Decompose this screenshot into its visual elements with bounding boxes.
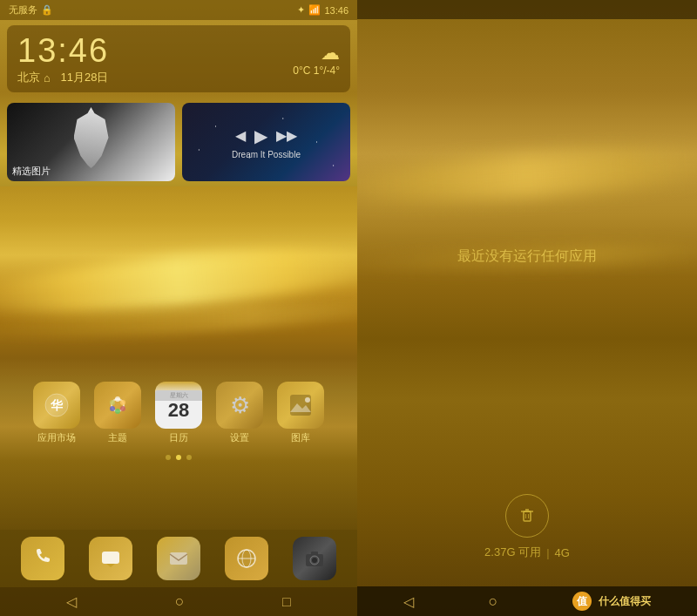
gallery-icon-img — [277, 382, 324, 429]
clock-display: 13:46 — [17, 32, 109, 70]
signal-icon: 🔒 — [41, 4, 53, 16]
left-phone: 无服务 🔒 ✦ 📶 13:46 13:46 北京 ⌂ 11月28日 ☁ 0°C … — [0, 0, 357, 616]
settings-label: 设置 — [230, 431, 249, 444]
location-icon: ⌂ — [44, 71, 51, 85]
brand-area: 值 什么值得买 — [572, 592, 651, 611]
svg-text:华: 华 — [50, 398, 64, 412]
wallpaper-area: 华 应用市场 — [0, 186, 357, 530]
no-apps-text: 最近没有运行任何应用 — [457, 247, 597, 266]
music-title: Dream It Possible — [232, 150, 301, 159]
trash-circle[interactable] — [505, 494, 549, 538]
app-icon-settings[interactable]: ⚙ 设置 — [216, 382, 263, 444]
svg-rect-21 — [524, 511, 531, 521]
photo-widget[interactable]: 精选图片 — [7, 103, 175, 181]
app-grid: 华 应用市场 — [0, 382, 357, 460]
svg-point-11 — [305, 397, 310, 403]
settings-icon-img: ⚙ — [216, 382, 263, 429]
status-bar-right — [357, 0, 697, 19]
time-display: 13:46 北京 ⌂ 11月28日 — [17, 32, 109, 85]
trash-area: 2.37G 可用 | 4G — [357, 494, 697, 560]
widget-row: 精选图片 ◀ ▶ ▶▶ Dream It Possible — [7, 103, 350, 181]
dock-camera[interactable] — [293, 537, 336, 580]
next-button[interactable]: ▶▶ — [276, 127, 297, 144]
gallery-label: 图库 — [291, 431, 310, 444]
storage-divider: | — [546, 546, 549, 559]
dot-2 — [176, 455, 181, 460]
right-main: 最近没有运行任何应用 — [357, 19, 697, 494]
recent-button-left[interactable]: □ — [282, 594, 291, 610]
brand-text: 什么值得买 — [599, 594, 651, 609]
weather-info: ☁ 0°C 1°/-4° — [293, 42, 340, 77]
svg-rect-13 — [170, 552, 187, 565]
status-bar-left: 无服务 🔒 ✦ 📶 13:46 — [0, 0, 357, 20]
photo-label: 精选图片 — [12, 165, 51, 178]
play-button[interactable]: ▶ — [254, 125, 267, 146]
weather-icon: ☁ — [321, 42, 340, 64]
page-dots — [166, 455, 192, 460]
dock-phone[interactable] — [21, 537, 64, 580]
bluetooth-icon: ✦ — [297, 4, 305, 16]
svg-point-3 — [115, 396, 120, 402]
home-button-left[interactable]: ○ — [175, 592, 185, 611]
dock-browser[interactable] — [225, 537, 268, 580]
app-icon-appstore[interactable]: 华 应用市场 — [33, 382, 80, 444]
trash-icon — [518, 506, 537, 525]
dot-3 — [186, 455, 192, 460]
storage-info: 2.37G 可用 | 4G — [484, 545, 570, 560]
appstore-icon-img: 华 — [33, 382, 80, 429]
svg-point-7 — [110, 406, 115, 411]
storage-type: 4G — [555, 546, 570, 559]
gear-icon: ⚙ — [230, 392, 250, 419]
weather-temp: 0°C 1°/-4° — [293, 64, 340, 77]
back-button-left[interactable]: ◁ — [66, 593, 77, 610]
dot-1 — [166, 455, 171, 460]
nav-bar-left: ◁ ○ □ — [0, 587, 357, 616]
theme-icon-img — [94, 382, 141, 429]
nav-bar-right: ◁ ○ 值 什么值得买 — [357, 586, 697, 616]
date-display: 北京 ⌂ 11月28日 — [17, 70, 109, 85]
svg-point-19 — [312, 558, 317, 563]
home-button-right[interactable]: ○ — [489, 592, 498, 611]
time-widget: 13:46 北京 ⌂ 11月28日 ☁ 0°C 1°/-4° — [7, 25, 350, 92]
app-icon-gallery[interactable]: 图库 — [277, 382, 324, 444]
prev-button[interactable]: ◀ — [235, 127, 246, 144]
svg-rect-20 — [311, 552, 318, 555]
date-text: 11月28日 — [60, 70, 108, 85]
music-widget[interactable]: ◀ ▶ ▶▶ Dream It Possible — [182, 103, 350, 181]
back-button-right[interactable]: ◁ — [403, 593, 414, 610]
music-controls: ◀ ▶ ▶▶ — [235, 125, 297, 146]
cal-day: 28 — [168, 401, 189, 420]
city-name: 北京 — [17, 70, 40, 85]
svg-point-8 — [110, 400, 115, 405]
appstore-label: 应用市场 — [37, 431, 76, 444]
bottom-dock — [0, 530, 357, 587]
svg-rect-12 — [102, 552, 119, 564]
cal-inner: 星期六 28 — [155, 390, 202, 420]
carrier-info: 无服务 🔒 — [9, 3, 53, 17]
svg-point-6 — [115, 409, 120, 414]
time-status: 13:46 — [324, 5, 348, 16]
photo-bg: 精选图片 — [7, 103, 175, 181]
calendar-icon-img: 星期六 28 — [155, 382, 202, 429]
app-icon-calendar[interactable]: 星期六 28 日历 — [155, 382, 202, 444]
status-icons: ✦ 📶 13:46 — [297, 4, 348, 16]
svg-point-5 — [120, 406, 125, 411]
app-icon-theme[interactable]: 主题 — [94, 382, 141, 444]
calendar-label: 日历 — [169, 431, 188, 444]
theme-label: 主题 — [108, 431, 127, 444]
right-phone: 最近没有运行任何应用 2.37G 可用 | 4G ◁ ○ 值 什么值得买 — [357, 0, 697, 616]
dock-mail[interactable] — [157, 537, 200, 580]
app-row-main: 华 应用市场 — [33, 382, 324, 444]
svg-point-4 — [120, 400, 125, 405]
storage-available: 2.37G 可用 — [484, 545, 541, 560]
dock-message[interactable] — [89, 537, 132, 580]
wifi-icon: 📶 — [308, 4, 321, 16]
brand-logo: 值 — [572, 592, 592, 611]
carrier-text: 无服务 — [9, 3, 37, 17]
